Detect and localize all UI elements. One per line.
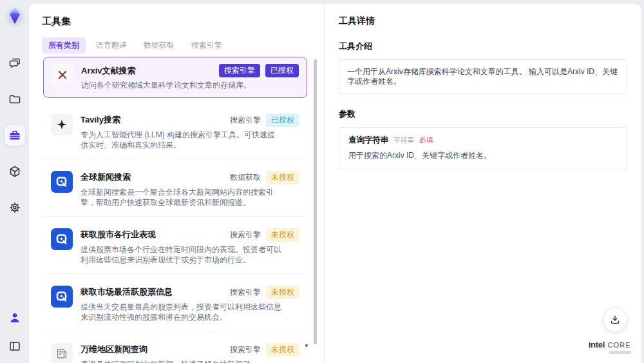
sidebar-collapse-button[interactable] xyxy=(5,336,25,357)
tab-search-engine[interactable]: 搜索引擎 xyxy=(185,37,229,54)
tool-details-panel: 工具详情 工具介绍 一个用于从Arxiv存储库搜索科学论文和文章的工具。 输入可… xyxy=(325,4,641,363)
sidebar-item-profile[interactable] xyxy=(5,308,25,328)
category-tabs: 所有类别 语言翻译 数据获取 搜索引擎 xyxy=(42,37,229,54)
tab-all-categories[interactable]: 所有类别 xyxy=(42,37,86,54)
content-card: 工具集 所有类别 语言翻译 数据获取 搜索引擎 Arxiv文献搜索 xyxy=(29,4,641,363)
tool-item-most-active-stocks[interactable]: 获取市场最活跃股票信息 搜索引擎 未授权 提供当天交易量最高的股票列表，投资者可… xyxy=(43,279,307,331)
intro-heading: 工具介绍 xyxy=(339,41,627,52)
tool-list: Arxiv文献搜索 搜索引擎 已授权 访问各个研究领域大量科学论文和文章的存储库… xyxy=(43,57,307,363)
tavily-star-icon xyxy=(51,113,73,135)
tool-description: 查询具体行政区划内的新闻，快速了解各地新闻动 xyxy=(80,359,281,363)
tool-item-sector-performance[interactable]: 获取股市各行业表现 搜索引擎 未授权 提供股票市场各个行业在特定时间段内的表现。… xyxy=(43,222,307,274)
category-label: 搜索引擎 xyxy=(230,344,261,355)
intel-core-logo: intel core xyxy=(589,340,631,354)
status-badge: 未授权 xyxy=(266,343,299,357)
tool-item-global-news[interactable]: 全球新闻搜索 数据获取 未授权 全球新闻搜索是一个聚合全球各大新闻网站内容的搜索… xyxy=(43,164,307,217)
tool-title: 全球新闻搜索 xyxy=(80,172,131,183)
chat-icon xyxy=(8,57,21,70)
scrollbar-thumb[interactable] xyxy=(314,59,317,344)
app-window: 工具集 所有类别 语言翻译 数据获取 搜索引擎 Arxiv文献搜索 xyxy=(0,0,644,363)
tool-title: 获取股市各行业表现 xyxy=(80,229,156,240)
param-card: 查询字符串 字符串 必填 用于搜索的Arxiv ID、关键字或作者姓名。 xyxy=(339,127,627,170)
status-badge: 已授权 xyxy=(265,64,299,77)
tool-title: Arxiv文献搜索 xyxy=(81,65,136,77)
left-rail xyxy=(0,0,29,363)
param-required-badge: 必填 xyxy=(419,135,433,145)
gear-icon xyxy=(8,201,21,214)
diamond-logo-icon xyxy=(5,6,24,26)
category-badge: 搜索引擎 xyxy=(219,64,260,77)
tool-item-arxiv[interactable]: Arxiv文献搜索 搜索引擎 已授权 访问各个研究领域大量科学论文和文章的存储库… xyxy=(43,57,307,98)
param-name: 查询字符串 xyxy=(348,135,389,146)
newspaper-icon xyxy=(51,343,73,363)
tool-description: 全球新闻搜索是一个聚合全球各大新闻网站内容的搜索引擎，帮助用户快速获取全球最新资… xyxy=(80,187,281,208)
intel-brand-text: intel xyxy=(589,340,605,349)
list-scrollbar[interactable] xyxy=(314,58,317,360)
sidebar-item-tools[interactable] xyxy=(5,125,25,146)
page-title: 工具集 xyxy=(42,15,71,28)
sidebar-item-files[interactable] xyxy=(5,89,25,110)
category-label: 搜索引擎 xyxy=(230,287,261,298)
tool-description: 提供股票市场各个行业在特定时间段内的表现。投资者可以利用这些信息来识别表现优于或… xyxy=(80,244,281,266)
status-badge: 已授权 xyxy=(266,113,299,127)
folder-icon xyxy=(8,93,21,106)
user-icon xyxy=(8,311,21,324)
status-badge: 未授权 xyxy=(266,228,299,242)
tool-title: Tavily搜索 xyxy=(80,114,120,126)
tool-title: 万维地区新闻查询 xyxy=(80,344,147,355)
cube-icon xyxy=(8,165,21,178)
status-badge: 未授权 xyxy=(266,171,299,184)
category-label: 搜索引擎 xyxy=(230,115,261,126)
arxiv-icon xyxy=(52,64,73,86)
category-label: 数据获取 xyxy=(230,172,261,183)
app-logo xyxy=(5,5,25,27)
stock-search-icon xyxy=(51,228,73,250)
logo-sub-mark xyxy=(609,351,631,354)
details-title: 工具详情 xyxy=(339,15,627,27)
tool-description: 提供当天交易量最高的股票列表，投资者可以利用这些信息来识别流动性强的股票和潜在的… xyxy=(80,302,281,323)
status-badge: 未授权 xyxy=(266,286,299,299)
params-heading: 参数 xyxy=(339,108,627,120)
sidebar-item-settings[interactable] xyxy=(5,197,25,218)
tool-item-tavily[interactable]: Tavily搜索 搜索引擎 已授权 专为人工智能代理 (LLM) 构建的搜索引擎… xyxy=(43,107,307,159)
scroll-down-indicator: ▼ xyxy=(304,343,309,349)
tool-title: 获取市场最活跃股票信息 xyxy=(80,286,173,298)
sidebar-item-chat[interactable] xyxy=(5,53,25,74)
tab-data-acquisition[interactable]: 数据获取 xyxy=(137,37,181,54)
stock-search-icon xyxy=(51,286,73,308)
download-icon xyxy=(609,314,621,326)
intro-card: 一个用于从Arxiv存储库搜索科学论文和文章的工具。 输入可以是Arxiv ID… xyxy=(339,59,627,94)
toolbox-icon xyxy=(8,129,21,142)
category-label: 搜索引擎 xyxy=(230,230,261,240)
panel-layout-icon xyxy=(8,340,21,353)
tool-description: 访问各个研究领域大量科学论文和文章的存储库。 xyxy=(81,80,282,91)
download-button[interactable] xyxy=(603,308,627,332)
param-description: 用于搜索的Arxiv ID、关键字或作者姓名。 xyxy=(348,150,618,161)
sidebar-item-plugins[interactable] xyxy=(5,161,25,182)
core-brand-text: core xyxy=(607,341,631,349)
tab-language-translation[interactable]: 语言翻译 xyxy=(90,37,133,54)
tool-description: 专为人工智能代理 (LLM) 构建的搜索引擎工具。可快速提供实时、准确和真实的结… xyxy=(80,130,281,151)
news-search-icon xyxy=(51,171,73,193)
param-type: 字符串 xyxy=(393,135,415,145)
tool-item-regional-news[interactable]: 万维地区新闻查询 搜索引擎 未授权 查询具体行政区划内的新闻，快速了解各地新闻动 xyxy=(43,337,307,363)
